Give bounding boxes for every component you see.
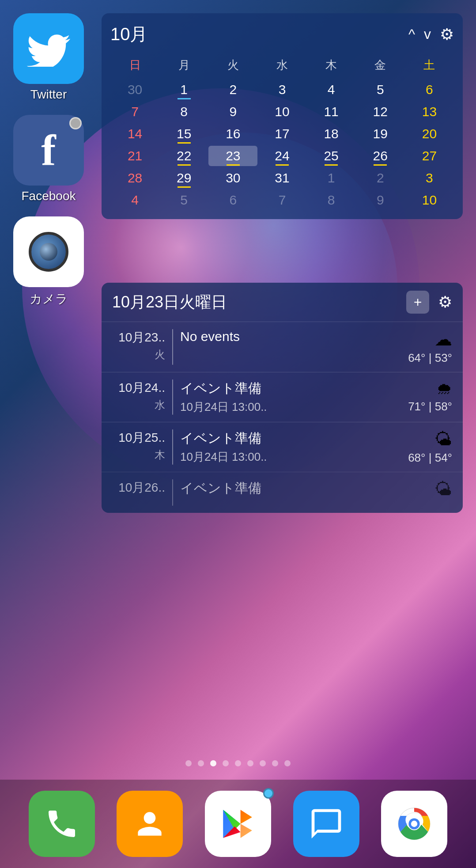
dock-messages-app[interactable]	[293, 791, 359, 857]
calendar-day-10-next[interactable]: 10	[405, 190, 454, 210]
calendar-day-23[interactable]: 23	[208, 146, 257, 166]
add-event-button[interactable]: +	[406, 291, 429, 314]
page-dot-9[interactable]	[284, 760, 291, 766]
calendar-day-1-next[interactable]: 1	[307, 168, 356, 188]
calendar-settings-button[interactable]: ⚙	[440, 25, 454, 44]
calendar-prev-button[interactable]: ^	[408, 26, 415, 42]
camera-label: カメラ	[30, 291, 68, 307]
cloud-weather-icon: ☁	[434, 329, 452, 349]
calendar-day-3[interactable]: 3	[257, 80, 306, 100]
phone-icon	[44, 806, 79, 841]
event-date-0: 10月23..	[118, 329, 165, 346]
calendar-day-25[interactable]: 25	[307, 146, 356, 166]
event-weather-1: 🌧 71° | 58°	[395, 379, 452, 415]
calendar-day-6-next[interactable]: 6	[208, 190, 257, 210]
event-weather-3: 🌤	[395, 479, 452, 506]
app-icons-column: Twitter f Facebook カメラ	[13, 13, 84, 307]
event-divider-3	[172, 479, 173, 506]
twitter-label: Twitter	[30, 87, 67, 102]
calendar-day-17[interactable]: 17	[257, 124, 306, 144]
calendar-day-5-next[interactable]: 5	[159, 190, 208, 210]
weekday-tue: 火	[208, 55, 257, 75]
page-dot-4[interactable]	[223, 760, 229, 766]
facebook-app[interactable]: f Facebook	[13, 115, 84, 203]
dock-chrome-app[interactable]	[381, 791, 447, 857]
calendar-day-10[interactable]: 10	[257, 102, 306, 122]
twitter-app[interactable]: Twitter	[13, 13, 84, 102]
event-day-2: 木	[155, 448, 165, 462]
page-dot-8[interactable]	[272, 760, 278, 766]
bottom-dock	[0, 780, 476, 868]
camera-icon-bg	[13, 216, 84, 287]
calendar-day-4-next[interactable]: 4	[110, 190, 159, 210]
weather-temp-1: 71° | 58°	[408, 400, 452, 413]
calendar-day-3-next[interactable]: 3	[405, 168, 454, 188]
weekday-sat: 土	[405, 55, 454, 75]
calendar-day-6[interactable]: 6	[405, 80, 454, 100]
calendar-day-7[interactable]: 7	[110, 102, 159, 122]
calendar-widget: 10月 ^ v ⚙ 日 月 火 水 木 金 土 30 1 2 3 4 5 6 7	[102, 13, 463, 219]
camera-lens-icon	[29, 232, 68, 272]
page-dot-3-active[interactable]	[210, 760, 216, 766]
twitter-bird-icon	[26, 30, 71, 67]
calendar-day-9[interactable]: 9	[208, 102, 257, 122]
calendar-day-11[interactable]: 11	[307, 102, 356, 122]
event-divider-1	[172, 379, 173, 415]
event-row-oct24: 10月24.. 水 イベント準備 10月24日 13:00.. 🌧 71° | …	[102, 372, 463, 422]
calendar-day-14[interactable]: 14	[110, 124, 159, 144]
calendar-day-1[interactable]: 1	[159, 80, 208, 100]
calendar-day-4[interactable]: 4	[307, 80, 356, 100]
calendar-day-19[interactable]: 19	[356, 124, 405, 144]
page-dot-5[interactable]	[235, 760, 241, 766]
calendar-navigation: ^ v ⚙	[408, 25, 454, 44]
calendar-next-button[interactable]: v	[424, 26, 431, 42]
calendar-day-9-next[interactable]: 9	[356, 190, 405, 210]
events-settings-button[interactable]: ⚙	[438, 293, 452, 311]
dock-phone-app[interactable]	[29, 791, 95, 857]
calendar-day-30-prev[interactable]: 30	[110, 80, 159, 100]
event-divider-2	[172, 429, 173, 465]
calendar-day-8[interactable]: 8	[159, 102, 208, 122]
calendar-day-13[interactable]: 13	[405, 102, 454, 122]
calendar-day-12[interactable]: 12	[356, 102, 405, 122]
calendar-day-28[interactable]: 28	[110, 168, 159, 188]
play-store-badge	[263, 788, 274, 799]
weekday-thu: 木	[307, 55, 356, 75]
calendar-day-2-next[interactable]: 2	[356, 168, 405, 188]
calendar-day-24[interactable]: 24	[257, 146, 306, 166]
calendar-day-20[interactable]: 20	[405, 124, 454, 144]
calendar-month-label: 10月	[110, 22, 148, 46]
dock-contacts-app[interactable]	[117, 791, 183, 857]
calendar-day-29[interactable]: 29	[159, 168, 208, 188]
facebook-f-letter: f	[41, 125, 56, 176]
calendar-day-16[interactable]: 16	[208, 124, 257, 144]
event-divider-0	[172, 329, 173, 365]
calendar-day-31[interactable]: 31	[257, 168, 306, 188]
event-row-oct26: 10月26.. イベント準備 🌤	[102, 472, 463, 513]
chrome-icon	[394, 804, 434, 844]
calendar-day-15[interactable]: 15	[159, 124, 208, 144]
calendar-day-18[interactable]: 18	[307, 124, 356, 144]
twitter-icon-bg	[13, 13, 84, 84]
camera-app[interactable]: カメラ	[13, 216, 84, 307]
calendar-day-8-next[interactable]: 8	[307, 190, 356, 210]
calendar-day-22[interactable]: 22	[159, 146, 208, 166]
page-dot-1[interactable]	[185, 760, 192, 766]
page-dot-7[interactable]	[260, 760, 266, 766]
event-date-2: 10月25..	[118, 429, 165, 446]
messages-icon	[309, 806, 344, 841]
calendar-day-7-next[interactable]: 7	[257, 190, 306, 210]
svg-point-4	[411, 821, 417, 827]
no-events-label: No events	[180, 329, 388, 344]
calendar-day-26[interactable]: 26	[356, 146, 405, 166]
page-dot-2[interactable]	[198, 760, 204, 766]
calendar-day-21[interactable]: 21	[110, 146, 159, 166]
dock-play-store-app[interactable]	[205, 791, 271, 857]
calendar-day-30[interactable]: 30	[208, 168, 257, 188]
event-weather-2: 🌤 68° | 54°	[395, 429, 452, 465]
calendar-day-2[interactable]: 2	[208, 80, 257, 100]
page-dot-6[interactable]	[247, 760, 253, 766]
calendar-day-27[interactable]: 27	[405, 146, 454, 166]
calendar-day-5[interactable]: 5	[356, 80, 405, 100]
event-content-3: イベント準備	[180, 479, 388, 506]
